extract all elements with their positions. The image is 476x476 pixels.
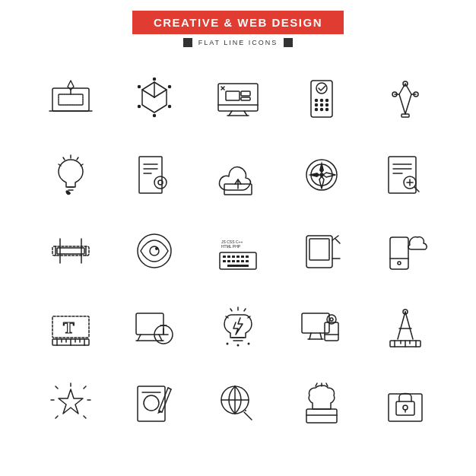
svg-line-99 <box>332 236 338 240</box>
svg-marker-151 <box>59 389 83 414</box>
svg-rect-172 <box>306 409 337 423</box>
icon-globe-magnify <box>196 365 280 441</box>
svg-point-10 <box>169 86 171 88</box>
svg-line-100 <box>335 239 340 243</box>
icon-mobile-cloud <box>363 213 447 289</box>
svg-rect-95 <box>246 260 249 262</box>
svg-point-30 <box>316 104 318 106</box>
svg-marker-60 <box>319 176 324 189</box>
svg-line-176 <box>316 383 317 386</box>
icon-mobile-check <box>280 61 363 137</box>
svg-point-171 <box>245 410 246 411</box>
icon-locked-screen <box>363 365 447 441</box>
icon-caliper <box>29 213 113 289</box>
svg-rect-41 <box>401 114 409 117</box>
svg-text:T: T <box>63 318 75 337</box>
svg-point-53 <box>154 176 167 189</box>
svg-point-63 <box>320 173 323 176</box>
svg-line-46 <box>63 157 65 160</box>
icon-notebook-pencil <box>113 365 196 441</box>
icon-brain-box <box>280 365 363 441</box>
svg-line-116 <box>138 335 141 341</box>
svg-point-160 <box>144 395 159 411</box>
icon-compass-rose <box>280 137 363 213</box>
svg-point-35 <box>326 109 328 111</box>
header: CREATIVE & WEB DESIGN FLAT LINE ICONS <box>132 11 344 47</box>
svg-rect-22 <box>226 91 240 100</box>
svg-rect-91 <box>227 260 230 262</box>
icon-desktop-design <box>196 61 280 137</box>
svg-line-170 <box>244 412 252 420</box>
svg-rect-137 <box>325 322 338 341</box>
svg-rect-97 <box>306 236 332 268</box>
icon-pen-tool <box>363 61 447 137</box>
svg-point-32 <box>326 104 328 106</box>
svg-point-132 <box>248 343 250 345</box>
svg-point-34 <box>321 109 323 111</box>
svg-line-156 <box>56 386 58 389</box>
svg-rect-85 <box>227 255 230 258</box>
svg-rect-90 <box>223 260 226 262</box>
svg-point-28 <box>321 100 323 102</box>
svg-point-26 <box>316 83 327 94</box>
svg-rect-23 <box>241 91 250 96</box>
svg-text:HTML PHP: HTML PHP <box>221 244 241 249</box>
svg-point-140 <box>330 318 333 321</box>
svg-line-134 <box>309 333 311 339</box>
svg-point-80 <box>155 247 158 250</box>
svg-point-78 <box>138 234 171 268</box>
svg-marker-166 <box>157 411 162 414</box>
svg-rect-178 <box>396 401 414 415</box>
svg-rect-92 <box>232 260 235 262</box>
svg-line-8 <box>154 90 167 97</box>
svg-point-33 <box>316 109 318 111</box>
icon-lightbulb-lightning <box>196 289 280 365</box>
svg-point-9 <box>154 78 156 81</box>
svg-point-11 <box>169 106 171 108</box>
svg-line-135 <box>320 333 322 339</box>
svg-point-130 <box>227 343 229 345</box>
svg-rect-4 <box>59 94 83 105</box>
svg-marker-62 <box>323 173 335 177</box>
svg-rect-159 <box>138 386 165 421</box>
svg-rect-96 <box>227 265 249 267</box>
svg-point-29 <box>326 100 328 102</box>
svg-rect-89 <box>246 255 249 258</box>
svg-line-16 <box>229 111 232 116</box>
icon-lightbulb-plant <box>29 137 113 213</box>
svg-marker-61 <box>308 173 320 177</box>
svg-point-104 <box>398 262 401 265</box>
icon-star-sparkle <box>29 365 113 441</box>
svg-line-69 <box>414 187 419 192</box>
svg-point-13 <box>138 106 141 108</box>
svg-line-117 <box>159 335 162 341</box>
svg-rect-49 <box>139 157 162 193</box>
icon-code-keyboard: JS CSS C++ HTML PHP <box>196 213 280 289</box>
icon-cloud-upload <box>196 137 280 213</box>
svg-line-158 <box>56 416 58 418</box>
icon-search-document <box>363 137 447 213</box>
svg-line-7 <box>142 90 154 97</box>
svg-rect-84 <box>223 255 226 258</box>
icon-eye-circle <box>113 213 196 289</box>
svg-rect-177 <box>389 394 422 421</box>
svg-marker-59 <box>319 161 324 173</box>
svg-rect-86 <box>232 255 235 258</box>
svg-line-142 <box>405 312 413 339</box>
svg-line-125 <box>230 309 232 311</box>
icon-cube-3d <box>113 61 196 137</box>
icon-timer-screen <box>113 289 196 365</box>
svg-point-131 <box>237 344 240 347</box>
svg-line-155 <box>84 416 86 418</box>
svg-rect-93 <box>236 260 240 262</box>
page-title: CREATIVE & WEB DESIGN <box>132 11 344 34</box>
svg-line-17 <box>244 111 247 116</box>
page-subtitle: FLAT LINE ICONS <box>183 38 294 47</box>
svg-rect-115 <box>136 313 163 335</box>
svg-point-14 <box>138 86 141 88</box>
svg-point-12 <box>154 115 156 117</box>
svg-point-31 <box>321 104 323 106</box>
svg-line-124 <box>244 309 246 311</box>
icons-grid: JS CSS C++ HTML PHP <box>29 61 447 441</box>
svg-rect-98 <box>309 239 329 260</box>
